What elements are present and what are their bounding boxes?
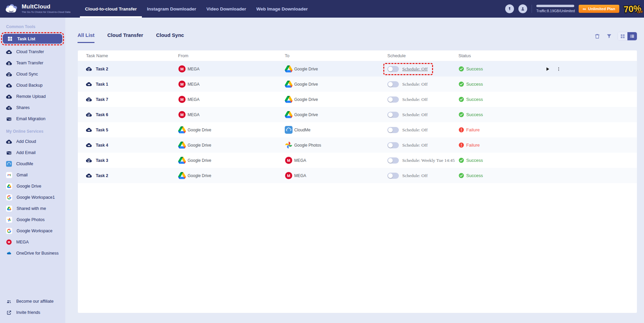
task-row: Task 2MMEGAGoogle DriveSchedule: OffSucc… xyxy=(78,61,637,77)
trash-icon[interactable] xyxy=(594,33,601,40)
sidebar-item-google-workspace[interactable]: Google Workspace xyxy=(0,226,65,236)
task-name-cell: Task 1 xyxy=(86,81,178,87)
kebab-menu-icon[interactable] xyxy=(556,66,561,72)
sidebar-item-label: Shared with me xyxy=(17,206,46,211)
sidebar-item-remote-upload[interactable]: Remote Upload xyxy=(0,92,65,101)
schedule-toggle[interactable] xyxy=(387,96,399,103)
schedule-toggle[interactable] xyxy=(387,81,399,87)
sidebar-item-shares[interactable]: Shares xyxy=(0,103,65,112)
schedule-toggle[interactable] xyxy=(387,127,399,133)
sidebar-item-add-email[interactable]: Add Email xyxy=(0,148,65,157)
toggle-knob xyxy=(388,173,393,178)
schedule-label[interactable]: Schedule: Off xyxy=(402,97,428,102)
schedule-label[interactable]: Schedule: Off xyxy=(402,127,428,133)
sidebar-item-add-cloud[interactable]: Add Cloud xyxy=(0,137,65,146)
schedule-label[interactable]: Schedule: Off xyxy=(402,66,428,72)
main-content: All ListCloud TransferCloud Sync xyxy=(65,18,644,323)
tab-cloud-transfer[interactable]: Cloud Transfer xyxy=(107,32,143,43)
traffic-progressbar xyxy=(536,5,574,7)
nav-item-web-image-downloader[interactable]: Web Image Downloader xyxy=(251,0,313,18)
svc-gphotos-icon xyxy=(6,217,12,223)
sidebar-item-cloud-sync[interactable]: Cloud Sync xyxy=(0,69,65,79)
brand-name: MultCloud xyxy=(22,4,70,10)
to-cell: Google Drive xyxy=(285,111,387,119)
sidebar-item-onedrive-for-business[interactable]: OneDrive for Business xyxy=(0,249,65,258)
to-label: MEGA xyxy=(294,158,306,163)
multcloud-logo[interactable]: MultCloud The Go-To Choice for Cloud-to-… xyxy=(0,0,75,18)
schedule-label[interactable]: Schedule: Weekly Tue 14:45 xyxy=(402,158,455,163)
filter-icon[interactable] xyxy=(606,33,613,40)
sidebar-item-google-drive[interactable]: Google Drive xyxy=(0,181,65,191)
sidebar-item-cloud-transfer[interactable]: Cloud Transfer xyxy=(0,47,65,57)
sidebar-item-shared-with-me[interactable]: Shared with me xyxy=(0,204,65,213)
user-icon[interactable] xyxy=(518,4,527,13)
google-drive-icon xyxy=(178,126,186,134)
key-icon[interactable] xyxy=(505,4,514,13)
task-name-cell: Task 5 xyxy=(86,127,178,133)
schedule-toggle[interactable] xyxy=(387,142,399,148)
status-cell: Success xyxy=(458,173,534,178)
sidebar-item-email-migration[interactable]: Email Migration xyxy=(0,114,65,124)
sidebar-item-task-list[interactable]: Task List xyxy=(3,34,62,44)
primary-nav: Cloud-to-cloud TransferInstagram Downloa… xyxy=(80,0,313,18)
sidebar-item-invite-friends[interactable]: Invite friends xyxy=(0,308,65,317)
sidebar-item-label: Team Transfer xyxy=(16,61,43,65)
sidebar: Common ToolsTask ListCloud TransferTeam … xyxy=(0,18,65,323)
sidebar-item-team-transfer[interactable]: Team Transfer xyxy=(0,58,65,68)
sidebar-item-label: Google Workspace xyxy=(17,229,52,233)
google-drive-icon xyxy=(285,111,293,119)
sidebar-item-google-photos[interactable]: Google Photos xyxy=(0,215,65,224)
nav-item-instagram-downloader[interactable]: Instagram Downloader xyxy=(142,0,201,18)
brand-tagline: The Go-To Choice for Cloud-to-Cloud Data xyxy=(22,11,70,14)
cloud-plus-icon xyxy=(6,139,12,145)
sidebar-item-cloud-backup[interactable]: Cloud Backup xyxy=(0,81,65,90)
top-navbar: MultCloud The Go-To Choice for Cloud-to-… xyxy=(0,0,644,18)
task-name: Task 1 xyxy=(96,82,108,87)
table-header: Task NameFromToScheduleStatus xyxy=(78,50,637,61)
schedule-label[interactable]: Schedule: Off xyxy=(402,82,428,87)
sidebar-item-label: Google Drive xyxy=(17,184,41,189)
success-check-icon xyxy=(458,96,464,102)
external-link-icon xyxy=(6,310,12,316)
traffic-label: Traffic:8.19GB/Unlimited xyxy=(536,9,574,13)
from-cell: Google Drive xyxy=(178,126,285,134)
sidebar-item-label: MEGA xyxy=(16,240,29,244)
success-check-icon xyxy=(458,112,464,117)
svc-gworkspace-icon xyxy=(6,194,12,200)
list-view-icon[interactable] xyxy=(627,32,637,40)
task-name: Task 3 xyxy=(96,158,108,163)
tab-cloud-sync[interactable]: Cloud Sync xyxy=(156,32,184,43)
nav-item-cloud-to-cloud-transfer[interactable]: Cloud-to-cloud Transfer xyxy=(80,0,142,18)
grid-view-icon[interactable] xyxy=(618,32,627,40)
unlimited-plan-button[interactable]: ∞ Unlimited Plan xyxy=(579,5,619,13)
sidebar-section-title: My Online Services xyxy=(6,129,65,134)
infinity-icon: ∞ xyxy=(583,7,586,10)
to-cell: MMEGA xyxy=(285,172,387,179)
sidebar-item-cloudme[interactable]: CloudMe xyxy=(0,159,65,169)
sidebar-item-label: Email Migration xyxy=(16,116,45,121)
cloud-sync-icon xyxy=(86,66,92,72)
schedule-toggle[interactable] xyxy=(387,66,399,72)
success-check-icon xyxy=(458,173,464,178)
schedule-toggle[interactable] xyxy=(387,157,399,164)
play-icon[interactable] xyxy=(545,66,550,72)
task-name: Task 2 xyxy=(96,67,108,71)
sidebar-item-label: Cloud Sync xyxy=(16,72,38,77)
cloudme-icon xyxy=(285,126,293,134)
schedule-toggle[interactable] xyxy=(387,112,399,118)
sidebar-item-label: Google Workspace1 xyxy=(17,195,55,200)
sidebar-item-become-our-affiliate[interactable]: Become our affiliate xyxy=(0,297,65,306)
schedule-label[interactable]: Schedule: Off xyxy=(402,112,428,117)
schedule-label[interactable]: Schedule: Off xyxy=(402,143,428,148)
schedule-label[interactable]: Schedule: Off xyxy=(402,173,428,178)
sidebar-item-gmail[interactable]: Gmail xyxy=(0,170,65,180)
nav-item-video-downloader[interactable]: Video Downloader xyxy=(201,0,251,18)
task-tabs: All ListCloud TransferCloud Sync xyxy=(78,32,197,43)
discount-badge[interactable]: 70% OFF xyxy=(623,3,642,15)
sidebar-item-google-workspace1[interactable]: Google Workspace1 xyxy=(0,193,65,202)
schedule-toggle[interactable] xyxy=(387,173,399,179)
status-cell: Failure xyxy=(458,142,534,148)
tab-all-list[interactable]: All List xyxy=(78,32,94,43)
grid-icon xyxy=(7,36,13,42)
sidebar-item-mega[interactable]: MMEGA xyxy=(0,237,65,247)
